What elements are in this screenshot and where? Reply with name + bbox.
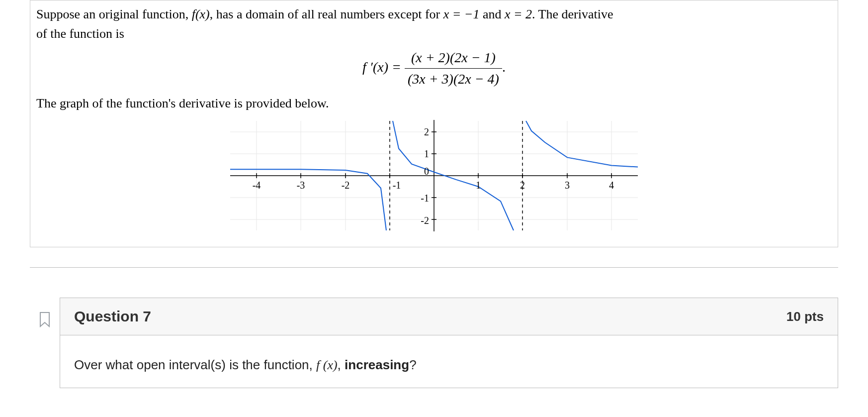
xlabel-2: 2	[520, 180, 525, 191]
graph-container: -4 -3 -2 -1 1 2 3 4 -2 -1 0 1 2	[36, 116, 832, 241]
xlabel--4: -4	[253, 180, 261, 191]
xlabel-1: 1	[476, 180, 481, 191]
eq-period: .	[502, 59, 506, 75]
exclusion-2: x = 2	[505, 7, 532, 21]
question-points: 10 pts	[786, 309, 824, 324]
bookmark-column	[30, 298, 60, 329]
ylabel-0: 0	[424, 166, 429, 177]
intro-text-2: , has a domain of all real numbers excep…	[210, 7, 443, 21]
qtext-fx: f (x)	[316, 358, 338, 372]
bookmark-icon[interactable]	[38, 312, 51, 327]
xlabel-4: 4	[609, 180, 614, 191]
ylabel-1: 1	[424, 148, 429, 159]
question-block: Question 7 10 pts Over what open interva…	[30, 298, 838, 388]
y-tick-labels: -2 -1 0 1 2	[421, 126, 429, 226]
question-header: Question 7 10 pts	[60, 298, 838, 335]
xlabel--3: -3	[297, 180, 305, 191]
qtext-strong: increasing	[345, 357, 409, 372]
intro-text-4: of the function is	[36, 26, 124, 41]
intro-text-3: . The derivative	[532, 7, 613, 21]
curve-right	[526, 121, 638, 167]
curve-left	[230, 169, 386, 230]
xlabel--1: -1	[393, 180, 401, 191]
ylabel--2: -2	[421, 215, 429, 226]
qtext-2: ,	[338, 357, 345, 372]
qtext-1: Over what open interval(s) is the functi…	[74, 357, 316, 372]
fx-notation: f(x)	[192, 7, 210, 21]
derivative-equation: f ′(x) = (x + 2)(2x − 1)(3x + 3)(2x − 4)…	[36, 47, 832, 90]
qtext-3: ?	[409, 357, 416, 372]
problem-statement: Suppose an original function, f(x), has …	[30, 0, 838, 247]
xlabel-3: 3	[565, 180, 570, 191]
intro-text: Suppose an original function,	[36, 7, 192, 21]
question-number: Question 7	[74, 308, 151, 325]
ylabel--1: -1	[421, 193, 429, 204]
numerator: (x + 2)(2x − 1)	[405, 47, 502, 69]
x-tick-labels: -4 -3 -2 -1 1 2 3 4	[253, 180, 614, 191]
denominator: (3x + 3)(2x − 4)	[405, 69, 502, 90]
eq-lhs: f ′(x) =	[362, 59, 405, 75]
derivative-graph: -4 -3 -2 -1 1 2 3 4 -2 -1 0 1 2	[225, 116, 643, 235]
xlabel--2: -2	[342, 180, 350, 191]
graph-caption: The graph of the function's derivative i…	[36, 94, 832, 113]
question-body: Over what open interval(s) is the functi…	[60, 335, 838, 388]
question-box: Question 7 10 pts Over what open interva…	[60, 298, 838, 388]
and-text: and	[479, 7, 505, 21]
divider	[30, 267, 838, 268]
ylabel-2: 2	[424, 126, 429, 137]
fraction: (x + 2)(2x − 1)(3x + 3)(2x − 4)	[405, 47, 502, 90]
exclusion-1: x = −1	[443, 7, 480, 21]
